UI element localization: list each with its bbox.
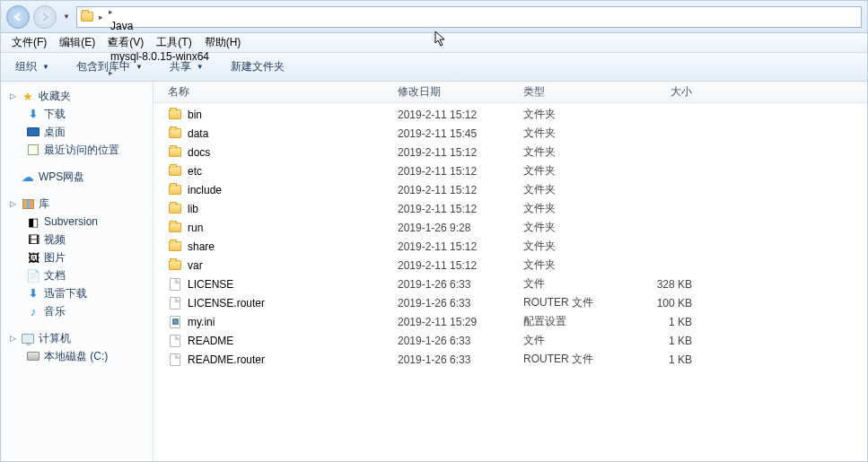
address-bar[interactable]: ▸ 计算机▸软件 (D:)▸Java▸mysql-8.0.15-winx64▸ — [76, 6, 862, 28]
file-name-cell: README — [162, 334, 392, 348]
file-list[interactable]: bin2019-2-11 15:12文件夹data2019-2-11 15:45… — [153, 103, 867, 461]
menu-view[interactable]: 查看(V) — [102, 33, 149, 52]
sidebar-videos[interactable]: 🎞视频 — [1, 231, 153, 248]
file-row[interactable]: README2019-1-26 6:33文件1 KB — [153, 331, 867, 350]
share-button[interactable]: 共享▼ — [164, 57, 209, 77]
file-row[interactable]: run2019-1-26 9:28文件夹 — [153, 218, 867, 237]
file-name: README.router — [188, 353, 265, 366]
file-row[interactable]: bin2019-2-11 15:12文件夹 — [153, 105, 867, 124]
history-dropdown[interactable]: ▼ — [60, 5, 73, 29]
file-name-cell: run — [162, 221, 392, 235]
file-type: 文件夹 — [518, 126, 617, 141]
menu-tools[interactable]: 工具(T) — [151, 33, 197, 52]
column-date[interactable]: 修改日期 — [392, 84, 518, 100]
library-icon — [21, 196, 35, 211]
file-name-cell: LICENSE.router — [162, 296, 392, 310]
file-name: docs — [188, 146, 210, 159]
column-name[interactable]: 名称 — [162, 84, 392, 100]
file-type: 文件夹 — [518, 220, 617, 235]
file-row[interactable]: data2019-2-11 15:45文件夹 — [153, 124, 867, 143]
breadcrumb-segment[interactable]: Java — [107, 17, 213, 35]
file-row[interactable]: share2019-2-11 15:12文件夹 — [153, 237, 867, 256]
music-icon: ♪ — [26, 304, 40, 318]
file-row[interactable]: README.router2019-1-26 6:33ROUTER 文件1 KB — [153, 350, 867, 369]
sidebar-disk-c[interactable]: 本地磁盘 (C:) — [1, 347, 153, 365]
tree-collapse-icon[interactable]: ▷ — [8, 199, 17, 208]
file-row[interactable]: lib2019-2-11 15:12文件夹 — [153, 199, 867, 218]
folder-icon — [168, 126, 182, 141]
folder-icon — [168, 145, 182, 160]
sidebar-computer[interactable]: ▷计算机 — [1, 329, 153, 347]
download-icon: ⬇ — [26, 286, 40, 301]
sidebar-documents[interactable]: 📄文档 — [1, 266, 153, 284]
include-in-library-button[interactable]: 包含到库中▼ — [71, 57, 148, 77]
file-date: 2019-1-26 6:33 — [392, 297, 518, 309]
sidebar-desktop[interactable]: 桌面 — [1, 123, 153, 141]
file-row[interactable]: LICENSE2019-1-26 6:33文件328 KB — [153, 275, 867, 293]
back-button[interactable] — [6, 5, 30, 29]
file-size: 1 KB — [617, 335, 697, 347]
file-type: 文件 — [518, 333, 617, 348]
sidebar-downloads[interactable]: ⬇下载 — [1, 105, 153, 123]
column-headers: 名称 修改日期 类型 大小 — [153, 82, 867, 103]
sidebar-pictures[interactable]: 🖼图片 — [1, 248, 153, 266]
sidebar-music[interactable]: ♪音乐 — [1, 302, 153, 320]
file-date: 2019-1-26 9:28 — [392, 222, 518, 234]
new-folder-button[interactable]: 新建文件夹 — [225, 57, 290, 77]
file-type: 文件夹 — [518, 257, 617, 273]
chevron-down-icon: ▼ — [42, 63, 49, 71]
download-icon: ⬇ — [26, 107, 40, 121]
sidebar-wps[interactable]: ☁WPS网盘 — [1, 168, 153, 186]
sidebar-xunlei[interactable]: ⬇迅雷下载 — [1, 284, 153, 302]
picture-icon: 🖼 — [26, 250, 40, 265]
file-row[interactable]: include2019-2-11 15:12文件夹 — [153, 180, 867, 199]
file-date: 2019-2-11 15:45 — [392, 127, 518, 140]
disk-icon — [26, 349, 40, 363]
file-date: 2019-2-11 15:12 — [392, 165, 518, 178]
file-row[interactable]: LICENSE.router2019-1-26 6:33ROUTER 文件100… — [153, 293, 867, 312]
navigation-pane[interactable]: ▷★收藏夹 ⬇下载 桌面 最近访问的位置 ☁WPS网盘 ▷库 ◧Subversi… — [1, 82, 153, 461]
forward-button[interactable] — [33, 5, 57, 29]
document-icon: 📄 — [26, 268, 40, 283]
column-type[interactable]: 类型 — [518, 84, 617, 100]
file-type: 文件夹 — [518, 201, 617, 216]
chevron-right-icon[interactable]: ▸ — [107, 7, 115, 16]
computer-icon — [21, 331, 35, 345]
navigation-bar: ▼ ▸ 计算机▸软件 (D:)▸Java▸mysql-8.0.15-winx64… — [1, 1, 867, 33]
menu-file[interactable]: 文件(F) — [6, 33, 52, 52]
sidebar-recent[interactable]: 最近访问的位置 — [1, 141, 153, 159]
file-date: 2019-1-26 6:33 — [392, 278, 518, 291]
menu-help[interactable]: 帮助(H) — [199, 33, 247, 52]
sidebar-favorites[interactable]: ▷★收藏夹 — [1, 87, 153, 105]
file-icon — [168, 296, 182, 310]
config-file-icon — [168, 315, 182, 329]
menu-bar: 文件(F) 编辑(E) 查看(V) 工具(T) 帮助(H) — [1, 33, 867, 53]
file-type: 配置设置 — [518, 314, 617, 329]
tree-collapse-icon[interactable]: ▷ — [8, 92, 17, 100]
file-row[interactable]: etc2019-2-11 15:12文件夹 — [153, 161, 867, 180]
file-type: 文件夹 — [518, 163, 617, 179]
file-name: LICENSE.router — [188, 297, 265, 309]
file-date: 2019-2-11 15:12 — [392, 259, 518, 272]
tree-collapse-icon[interactable]: ▷ — [8, 334, 17, 343]
file-name-cell: README.router — [162, 353, 392, 367]
file-name-cell: bin — [162, 108, 392, 122]
sidebar-libraries[interactable]: ▷库 — [1, 195, 153, 213]
file-date: 2019-2-11 15:12 — [392, 184, 518, 196]
file-name: run — [188, 222, 203, 234]
organize-button[interactable]: 组织▼ — [10, 57, 55, 77]
file-row[interactable]: my.ini2019-2-11 15:29配置设置1 KB — [153, 312, 867, 331]
star-icon: ★ — [21, 89, 35, 103]
chevron-right-icon[interactable]: ▸ — [97, 13, 105, 22]
file-icon — [168, 277, 182, 292]
file-name: var — [188, 259, 203, 272]
sidebar-subversion[interactable]: ◧Subversion — [1, 213, 153, 231]
file-size: 328 KB — [617, 278, 697, 291]
file-row[interactable]: var2019-2-11 15:12文件夹 — [153, 256, 867, 275]
file-name-cell: include — [162, 183, 392, 197]
column-size[interactable]: 大小 — [617, 84, 697, 100]
breadcrumb-segment[interactable]: 软件 (D:) — [107, 0, 213, 4]
file-name: LICENSE — [188, 278, 233, 291]
menu-edit[interactable]: 编辑(E) — [54, 33, 101, 52]
file-row[interactable]: docs2019-2-11 15:12文件夹 — [153, 143, 867, 161]
